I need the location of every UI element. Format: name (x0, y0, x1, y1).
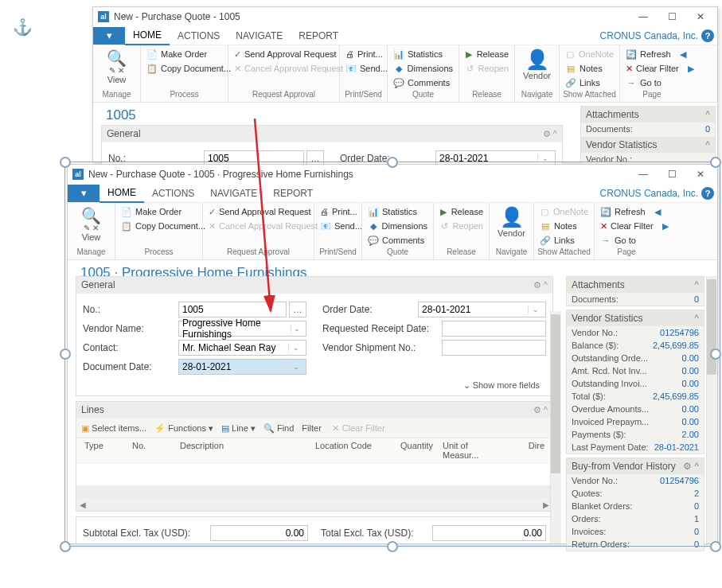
statistics-button[interactable]: 📊Statistics (365, 204, 430, 219)
ribbon: 🔍✎ ✕View Manage 📄Make Order 📋Copy Docume… (68, 203, 717, 260)
vstats-head: Vendor Statistics (586, 139, 657, 150)
find-button[interactable]: 🔍 Find (263, 423, 294, 434)
close-button[interactable]: ✕ (689, 166, 712, 182)
vendor-icon[interactable]: 👤 (525, 49, 549, 71)
send-approval-button[interactable]: ✓Send Approval Request (232, 47, 336, 61)
view-icon[interactable]: 🔍 (107, 49, 127, 68)
dimensions-button[interactable]: ◆Dimensions (365, 219, 430, 233)
view-icon[interactable]: 🔍 (81, 206, 101, 225)
show-more-link[interactable]: ⌄ Show more fields (463, 380, 540, 391)
send-button[interactable]: 📧Send... (343, 61, 384, 76)
refresh-button[interactable]: 🔄Refresh ◀ (623, 47, 681, 61)
goto-button[interactable]: →Go to (598, 233, 655, 247)
send-approval-button[interactable]: ✓Send Approval Request (206, 204, 310, 219)
copy-doc-button[interactable]: 📋Copy Document... (119, 219, 199, 233)
onenote-button: ▢OneNote (563, 47, 616, 61)
tab-navigate[interactable]: NAVIGATE (202, 185, 265, 202)
goto-button[interactable]: →Go to (623, 76, 681, 90)
close-button[interactable]: ✕ (689, 9, 712, 25)
vscrollbar[interactable] (550, 311, 561, 543)
select-items-button[interactable]: ▣ Select items... (81, 423, 146, 434)
help-icon[interactable]: ? (701, 29, 714, 42)
no-field[interactable]: 1005 (178, 302, 287, 317)
docs-val[interactable]: 0 (705, 124, 710, 134)
notes-button[interactable]: ▤Notes (537, 219, 591, 233)
docs-link[interactable]: 0 (694, 294, 699, 304)
comments-button[interactable]: 💬Comments (391, 76, 455, 90)
links-button[interactable]: 🔗Links (563, 76, 616, 90)
print-button[interactable]: 🖨Print... (318, 204, 358, 219)
send-button[interactable]: 📧Send... (318, 219, 358, 233)
clear-filter-button[interactable]: ✕Clear Filter ▶ (598, 219, 655, 233)
tab-actions[interactable]: ACTIONS (170, 27, 228, 45)
make-order-button[interactable]: 📄Make Order (119, 204, 199, 219)
notes-button[interactable]: ▤Notes (563, 61, 616, 76)
clear-filter-button[interactable]: ✕Clear Filter ▶ (623, 61, 681, 76)
dimensions-button[interactable]: ◆Dimensions (391, 61, 455, 76)
copy-doc-button[interactable]: 📋Copy Document... (144, 61, 224, 76)
maximize-button[interactable]: ☐ (660, 9, 684, 25)
tab-home[interactable]: HOME (100, 184, 144, 203)
tab-actions[interactable]: ACTIONS (144, 185, 202, 202)
no-lookup[interactable]: … (289, 302, 306, 317)
refresh-button[interactable]: 🔄Refresh ◀ (598, 204, 655, 219)
gear-icon[interactable]: ⚙ ^ (543, 129, 557, 139)
minimize-button[interactable]: — (631, 9, 655, 25)
comments-button[interactable]: 💬Comments (365, 233, 430, 247)
filter-button[interactable]: Filter (302, 423, 321, 433)
group-quote: Quote (391, 90, 455, 100)
subtotal-field: 0.00 (210, 525, 308, 541)
reqreceipt-field[interactable] (442, 321, 546, 337)
links-button[interactable]: 🔗Links (537, 233, 591, 247)
vendorno-link[interactable]: 01254796 (660, 328, 699, 337)
shipno-field[interactable] (442, 340, 546, 356)
titlebar: al New - Purchase Quote - 1005 · Progres… (68, 165, 717, 184)
statistics-button[interactable]: 📊Statistics (391, 47, 455, 61)
make-order-button[interactable]: 📄Make Order (144, 47, 224, 61)
orderdate-field[interactable]: 28-01-2021⌄ (418, 302, 546, 317)
col-desc[interactable]: Description (175, 441, 310, 460)
gear-icon[interactable]: ⚙ ^ (533, 405, 548, 415)
col-no[interactable]: No. (127, 441, 175, 460)
vendor-icon[interactable]: 👤 (500, 206, 524, 228)
app-icon: al (72, 169, 84, 180)
docdate-field[interactable]: 28-01-2021⌄ (178, 359, 306, 375)
tab-report[interactable]: REPORT (291, 27, 346, 45)
cancel-approval-button: ✕Cancel Approval Request (206, 219, 310, 233)
col-uom[interactable]: Unit of Measur... (438, 441, 494, 460)
gear-icon[interactable]: ⚙ ^ (533, 280, 548, 290)
tab-navigate[interactable]: NAVIGATE (228, 27, 291, 45)
col-dire[interactable]: Dire (494, 441, 549, 460)
release-button[interactable]: ▶Release (437, 204, 486, 219)
rightpanel-vscroll[interactable] (706, 276, 717, 543)
release-button[interactable]: ▶Release (462, 47, 511, 61)
col-qty[interactable]: Quantity (390, 441, 438, 460)
file-tab[interactable]: ▾ (68, 185, 100, 202)
maximize-button[interactable]: ☐ (660, 166, 684, 182)
balance-link[interactable]: 2,45,699.85 (653, 341, 699, 350)
titlebar: al New - Purchase Quote - 1005 — ☐ ✕ (93, 7, 717, 26)
tab-report[interactable]: REPORT (265, 185, 321, 202)
reopen-button: ↺Reopen (437, 219, 486, 233)
minimize-button[interactable]: — (631, 166, 655, 182)
line-menu[interactable]: ▤ Line ▾ (221, 423, 256, 434)
print-button[interactable]: 🖨Print... (343, 47, 384, 61)
company-name: CRONUS Canada, Inc. (600, 30, 698, 41)
reopen-button: ↺Reopen (462, 61, 511, 76)
tab-home[interactable]: HOME (125, 26, 170, 45)
lines-grid[interactable] (76, 463, 552, 485)
lines-head: Lines (81, 404, 104, 415)
win-title: New - Purchase Quote - 1005 · Progressiv… (88, 169, 353, 180)
contact-field[interactable]: Mr. Michael Sean Ray⌄ (178, 340, 306, 356)
functions-menu[interactable]: ⚡ Functions ▾ (154, 423, 213, 434)
file-tab[interactable]: ▾ (93, 27, 125, 45)
vendorname-field[interactable]: Progressive Home Furnishings⌄ (178, 321, 306, 337)
group-nav: Navigate (518, 90, 556, 100)
group-process: Process (144, 90, 224, 100)
view-label: View (82, 232, 101, 242)
col-loc[interactable]: Location Code (310, 441, 390, 460)
col-type[interactable]: Type (80, 441, 127, 460)
hscrollbar[interactable]: ◀▶ (76, 498, 552, 511)
attach-head: Attachments (572, 279, 625, 290)
help-icon[interactable]: ? (701, 187, 714, 200)
